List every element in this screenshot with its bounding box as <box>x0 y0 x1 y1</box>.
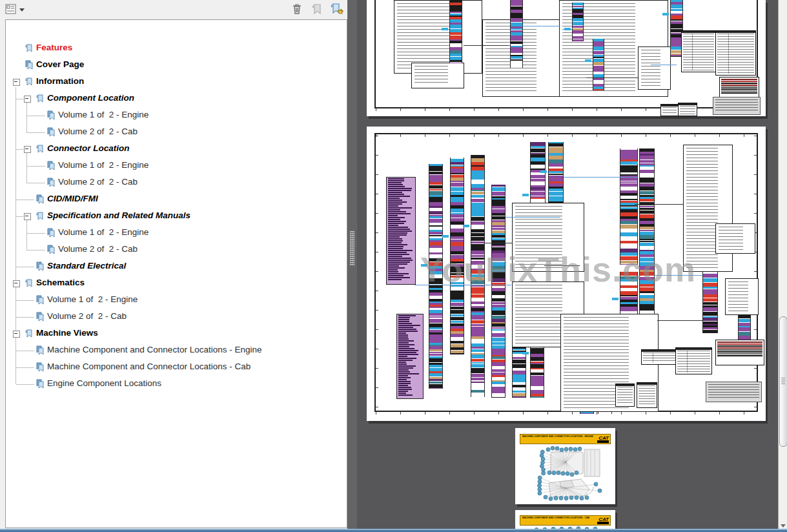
wire-line <box>635 204 683 205</box>
wire-color-legend <box>715 340 764 365</box>
bookmark-item[interactable]: Machine Component and Connector Location… <box>6 342 347 359</box>
bookmark-flag-icon <box>24 329 34 338</box>
page-title: MACHINE COMPONENT AND CONNECTOR LOCATION… <box>522 517 611 519</box>
bookmark-flag-icon <box>35 194 45 204</box>
collapse-minus-icon[interactable] <box>13 79 20 86</box>
bookmark-flag-icon <box>46 228 56 238</box>
bookmark-label: Volume 2 of 2 - Cab <box>47 311 127 321</box>
page-machine-locations-engine: MACHINE COMPONENT AND CONNECTOR LOCATION… <box>515 428 615 504</box>
wire-label-chip <box>540 170 547 173</box>
bookmark-item[interactable]: Cover Page <box>6 57 347 74</box>
bookmark-item[interactable]: Connector Location <box>6 141 347 158</box>
new-bookmark-icon[interactable] <box>331 3 345 17</box>
bookmark-flag-icon <box>35 144 45 154</box>
new-bookmark-glyph <box>331 3 345 17</box>
schematic-table <box>681 30 716 72</box>
bookmark-item[interactable]: Machine Component and Connector Location… <box>6 359 347 376</box>
bookmark-item[interactable]: Schematics <box>6 275 347 292</box>
connector-strip <box>510 0 523 68</box>
bookmark-flag-icon <box>35 312 45 322</box>
bookmark-label: Standard Electrical <box>47 261 126 271</box>
bookmark-flag-icon <box>24 77 34 87</box>
wire-label-chip <box>442 28 448 30</box>
scrollbar-thumb[interactable] <box>779 316 787 447</box>
collapse-minus-icon[interactable] <box>24 213 31 220</box>
schematic-table <box>660 104 679 116</box>
bookmark-label: CID/MID/FMI <box>47 194 98 203</box>
connector-strip <box>491 185 506 398</box>
bookmark-flag-icon <box>35 211 45 221</box>
bookmark-options-icon[interactable] <box>5 3 19 17</box>
bookmark-label: Volume 2 of 2 - Cab <box>58 127 138 136</box>
trash-glyph <box>291 3 303 15</box>
bookmark-item[interactable]: Information <box>6 74 347 90</box>
wire-line <box>654 275 702 276</box>
wire-line <box>522 26 560 26</box>
wire-line <box>651 65 677 65</box>
bookmark-flag-icon <box>46 245 56 254</box>
connector-strip <box>471 155 485 397</box>
wire-label-chip <box>522 352 529 354</box>
wire-label-chip <box>564 28 571 30</box>
wire-label-chip <box>421 264 427 267</box>
connector-strip <box>449 0 462 63</box>
bookmark-item[interactable]: Volume 2 of 2 - Cab <box>6 241 347 258</box>
document-view: MACHINE COMPONENT AND CONNECTOR LOCATION… <box>357 0 778 529</box>
bookmark-item[interactable]: Component Location <box>6 90 347 107</box>
collapse-minus-icon[interactable] <box>13 331 20 338</box>
window-bottom-edge <box>0 529 787 532</box>
harness-block <box>396 314 424 399</box>
bookmark-item[interactable]: Volume 2 of 2 - Cab <box>6 174 347 191</box>
bookmark-item[interactable]: Volume 2 of 2 - Cab <box>6 309 347 325</box>
schematic-table <box>675 347 712 374</box>
options-glyph <box>5 3 19 17</box>
bookmark-item[interactable]: Engine Component Locations <box>6 376 347 393</box>
bookmark-item[interactable]: Standard Electrical <box>6 258 347 275</box>
bookmark-label: Features <box>36 43 72 52</box>
collapse-minus-icon[interactable] <box>24 96 31 103</box>
bookmark-label: Component Location <box>47 93 134 103</box>
bookmark-flag-icon <box>46 161 56 170</box>
wire-label-chip <box>585 59 591 62</box>
wire-line <box>544 265 580 266</box>
bookmark-item[interactable]: Features <box>6 40 347 57</box>
bookmark-flag-icon <box>35 94 45 103</box>
bookmark-item[interactable]: Volume 2 of 2 - Cab <box>6 124 347 141</box>
connector-strip <box>620 148 638 265</box>
bookmark-item[interactable]: Machine Views <box>6 325 347 342</box>
connector-strip <box>572 3 584 41</box>
wire-label-chip <box>631 161 638 164</box>
bookmark-label: Cover Page <box>36 59 84 69</box>
wire-line <box>506 217 560 218</box>
collapse-minus-icon[interactable] <box>13 280 20 287</box>
bookmark-label: Volume 2 of 2 - Cab <box>58 177 138 187</box>
pdf-viewer-window: FeaturesCover PageInformationComponent L… <box>0 0 787 532</box>
bookmark-item[interactable]: Volume 1 of 2 - Engine <box>6 292 347 309</box>
bookmark-item[interactable]: Specification and Related Manuals <box>6 208 347 225</box>
splitter-grip-icon <box>350 231 354 266</box>
schematic-table <box>637 382 657 408</box>
delete-bookmark-icon[interactable] <box>291 3 305 17</box>
bookmark-flag-icon <box>46 127 56 137</box>
panel-splitter[interactable] <box>347 0 357 529</box>
wire-line <box>414 285 511 285</box>
bookmark-flag-icon <box>46 110 56 120</box>
expand-bookmark-icon[interactable] <box>311 3 325 17</box>
bookmark-flag-icon <box>35 345 45 355</box>
schematic-table <box>641 349 678 365</box>
bookmark-tree: FeaturesCover PageInformationComponent L… <box>5 19 347 528</box>
wire-line <box>586 77 638 78</box>
bookmark-item[interactable]: Volume 1 of 2 - Engine <box>6 158 347 174</box>
bookmark-item[interactable]: CID/MID/FMI <box>6 191 347 208</box>
machine-drawing-engine <box>520 444 611 502</box>
bookmark-muted-glyph <box>311 3 325 17</box>
bookmark-label: Machine Component and Connector Location… <box>47 362 250 371</box>
bookmark-item[interactable]: Volume 1 of 2 - Engine <box>6 107 347 124</box>
collapse-minus-icon[interactable] <box>24 146 31 153</box>
schematic-box <box>715 223 755 254</box>
bookmark-item[interactable]: Volume 1 of 2 - Engine <box>6 225 347 241</box>
wire-label-chip <box>612 298 618 300</box>
scroll-down-arrow[interactable] <box>781 524 786 527</box>
connector-strip <box>450 158 464 354</box>
vertical-scrollbar[interactable] <box>778 0 787 532</box>
